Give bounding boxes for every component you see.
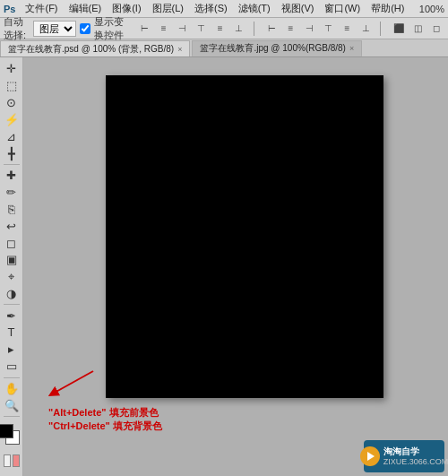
align-right-icon[interactable]: ⊣ [175,21,191,37]
dist-top-icon[interactable]: ⊤ [320,21,336,37]
tab-psd[interactable]: 篮字在线教育.psd @ 100% (背景, RGB/8) × [0,40,190,56]
dist-bottom-icon[interactable]: ⊥ [358,21,374,37]
canvas-document [106,75,383,398]
annotation-line1: "Alt+Delete" 填充前景色 [48,406,162,420]
dist-center-h-icon[interactable]: ≡ [282,21,298,37]
annotation-line2: "Ctrl+Delete" 填充背景色 [48,420,162,433]
menu-window[interactable]: 窗口(W) [320,2,365,15]
canvas-area: "Alt+Delete" 填充前景色 "Ctrl+Delete" 填充背景色 淘… [23,57,448,476]
tool-separator-1 [4,164,20,165]
align-center-v-icon[interactable]: ≡ [212,21,228,37]
toolbar: ✛ ⬚ ⊙ ⚡ ⊿ ╋ ✚ ✏ ⎘ ↩ ◻ ▣ ⌖ ◑ ✒ T ▸ ▭ ✋ 🔍 [0,57,23,476]
align-bottom-icon[interactable]: ⊥ [231,21,247,37]
quick-select-tool[interactable]: ⚡ [2,111,22,127]
zoom-tool[interactable]: 🔍 [2,397,22,413]
menu-file[interactable]: 文件(F) [21,2,62,15]
quick-mask-icon[interactable] [13,454,20,467]
menu-image[interactable]: 图像(I) [108,2,145,15]
lasso-tool[interactable]: ⊙ [2,95,22,111]
zoom-level: 100% [419,4,444,14]
show-transform-checkbox[interactable] [80,23,90,34]
separator2 [380,22,381,36]
watermark-text: 淘淘自学 ZIXUE.3066.COM [383,446,448,468]
move-tool[interactable]: ✛ [2,61,22,77]
tool-separator-4 [4,416,20,417]
eraser-tool[interactable]: ◻ [2,235,22,251]
distribute-icons: ⊢ ≡ ⊣ ⊤ ≡ ⊥ [263,21,374,37]
tab-psd-label: 篮字在线教育.psd @ 100% (背景, RGB/8) [8,43,174,56]
crop-tool[interactable]: ⊿ [2,128,22,144]
eyedropper-tool[interactable]: ╋ [2,145,22,161]
dodge-tool[interactable]: ◑ [2,286,22,302]
extra-icon-1[interactable]: ⬛ [391,21,407,37]
align-top-icon[interactable]: ⊤ [194,21,210,37]
menu-edit[interactable]: 编辑(E) [65,2,107,15]
dist-right-icon[interactable]: ⊣ [301,21,317,37]
align-left-icon[interactable]: ⊢ [137,21,153,37]
auto-select-label: 自动选择: [4,15,30,42]
pen-tool[interactable]: ✒ [2,307,22,324]
shape-tool[interactable]: ▭ [2,359,22,375]
separator [254,22,254,36]
show-transform-label: 显示变换控件 [94,15,130,42]
auto-select-dropdown[interactable]: 图层 [33,21,76,37]
tool-separator-2 [4,304,20,305]
history-tool[interactable]: ↩ [2,218,22,234]
fg-color-box[interactable] [0,424,13,438]
svg-line-1 [53,371,93,394]
tab-jpg-label: 篮字在线教育.jpg @ 100%(RGB/8/8) [200,42,345,55]
align-center-h-icon[interactable]: ≡ [156,21,172,37]
watermark-play-icon [360,446,380,466]
color-picker-area[interactable] [0,424,24,449]
main-area: ✛ ⬚ ⊙ ⚡ ⊿ ╋ ✚ ✏ ⎘ ↩ ◻ ▣ ⌖ ◑ ✒ T ▸ ▭ ✋ 🔍 [0,57,448,476]
menu-help[interactable]: 帮助(H) [366,2,409,15]
blur-tool[interactable]: ⌖ [2,269,22,285]
toolbar-bottom [0,414,24,472]
menu-view[interactable]: 视图(V) [277,2,319,15]
rect-select-tool[interactable]: ⬚ [2,78,22,94]
gradient-tool[interactable]: ▣ [2,252,22,268]
dist-left-icon[interactable]: ⊢ [263,21,280,37]
extra-icon-3[interactable]: ◻ [428,21,444,37]
clone-tool[interactable]: ⎘ [2,201,22,217]
align-icons: ⊢ ≡ ⊣ ⊤ ≡ ⊥ [137,21,247,37]
dist-center-v-icon[interactable]: ≡ [339,21,355,37]
menu-layer[interactable]: 图层(L) [148,2,188,15]
options-bar: 自动选择: 图层 显示变换控件 ⊢ ≡ ⊣ ⊤ ≡ ⊥ ⊢ ≡ ⊣ ⊤ ≡ ⊥ … [0,18,448,39]
tab-psd-close[interactable]: × [177,45,182,54]
type-tool[interactable]: T [2,325,22,341]
standard-mode-icon[interactable] [4,454,11,467]
tab-jpg[interactable]: 篮字在线教育.jpg @ 100%(RGB/8/8) × [192,40,362,56]
menu-bar: Ps 文件(F) 编辑(E) 图像(I) 图层(L) 选择(S) 滤镜(T) 视… [0,0,448,18]
menu-select[interactable]: 选择(S) [190,2,232,15]
quick-mask-toggle[interactable] [4,454,20,469]
watermark: 淘淘自学 ZIXUE.3066.COM [364,440,444,472]
tab-jpg-close[interactable]: × [349,44,354,53]
annotation-block: "Alt+Delete" 填充前景色 "Ctrl+Delete" 填充背景色 [48,406,162,433]
tool-separator-3 [4,377,20,378]
tabs-bar: 篮字在线教育.psd @ 100% (背景, RGB/8) × 篮字在线教育.j… [0,39,448,57]
red-arrow-svg [39,367,111,402]
hand-tool[interactable]: ✋ [2,380,22,396]
extra-icons: ⬛ ◫ ◻ [391,21,444,37]
heal-tool[interactable]: ✚ [2,168,22,184]
app-logo: Ps [4,4,15,14]
brush-tool[interactable]: ✏ [2,185,22,201]
extra-icon-2[interactable]: ◫ [409,21,426,37]
path-select-tool[interactable]: ▸ [2,342,22,358]
menu-filter[interactable]: 滤镜(T) [234,2,275,15]
